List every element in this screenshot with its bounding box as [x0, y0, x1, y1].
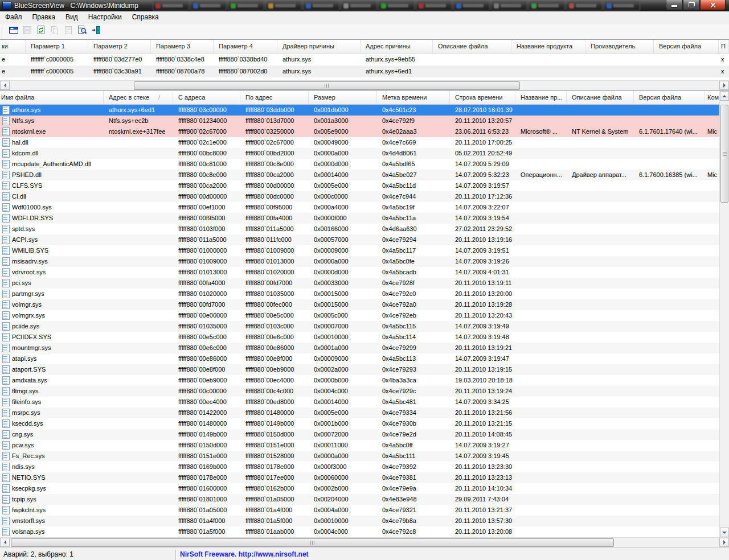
scroll-left-button[interactable]: [0, 81, 10, 90]
table-row[interactable]: ndis.sysfffff880`0169b000fffff880`0178e0…: [0, 462, 729, 472]
table-row[interactable]: volmgr.sysfffff880`00fd7000fffff880`00fe…: [0, 299, 729, 310]
column-header[interactable]: Имя файла: [0, 91, 104, 104]
scrollbar-thumb[interactable]: [134, 81, 520, 90]
table-row[interactable]: NETIO.SYSfffff880`0178e000fffff880`017ee…: [0, 472, 729, 483]
menu-item[interactable]: Файл: [0, 11, 27, 23]
column-header[interactable]: Метка времени: [377, 91, 450, 104]
table-row[interactable]: vmstorfl.sysfffff880`01a4f000fffff880`01…: [0, 516, 729, 526]
cell: fffff880`01a5f000: [240, 516, 309, 526]
table-row[interactable]: WDFLDR.SYSfffff880`00f95000fffff880`00fa…: [0, 213, 729, 224]
table-row[interactable]: ataport.SYSfffff880`00e8f000fffff880`00e…: [0, 364, 729, 375]
refresh-button[interactable]: [34, 24, 48, 38]
column-header[interactable]: Описание файла: [433, 40, 511, 53]
table-row[interactable]: amdxata.sysfffff880`00eb9000fffff880`00e…: [0, 375, 729, 386]
table-row[interactable]: ACPI.sysfffff880`011a5000fffff880`011fc0…: [0, 234, 729, 245]
column-header[interactable]: По адрес: [240, 91, 309, 104]
column-header[interactable]: Версия файла: [634, 91, 705, 104]
column-header[interactable]: Параметр 4: [214, 40, 277, 53]
close-button[interactable]: [700, 0, 726, 10]
cell: [515, 267, 567, 278]
column-header[interactable]: Адрес причины: [361, 40, 433, 53]
table-row[interactable]: athurx.sysathurx.sys+6ed1fffff880`03c000…: [0, 105, 729, 116]
table-row[interactable]: msisadrv.sysfffff880`01009000fffff880`01…: [0, 256, 729, 267]
scrollbar-thumb[interactable]: [720, 105, 728, 203]
vertical-scrollbar[interactable]: [719, 91, 729, 537]
cell: 0x001a3000: [309, 116, 377, 126]
column-header[interactable]: С адреса: [173, 91, 240, 104]
table-row[interactable]: CI.dllfffff880`00d00000fffff880`00dc0000…: [0, 191, 729, 202]
scroll-right-button[interactable]: [719, 81, 729, 90]
column-header[interactable]: Адрес в стеке/: [104, 91, 173, 104]
table-row[interactable]: pcw.sysfffff880`0150d000fffff880`0151e00…: [0, 440, 729, 451]
column-header[interactable]: Размер: [309, 91, 377, 104]
table-row[interactable]: CLFS.SYSfffff880`00ca2000fffff880`00d000…: [0, 180, 729, 191]
table-row[interactable]: PSHED.dllfffff880`00c8e000fffff880`00ca2…: [0, 170, 729, 180]
cell: cng.sys: [0, 429, 104, 440]
menu-item[interactable]: Вид: [60, 11, 83, 23]
lower-horizontal-scrollbar[interactable]: [0, 537, 729, 547]
nirsoft-link[interactable]: NirSoft Freeware. http://www.nirsoft.net: [180, 548, 309, 560]
table-row[interactable]: WMILIB.SYSfffff880`01000000fffff880`0100…: [0, 245, 729, 256]
scroll-down-button[interactable]: [720, 528, 729, 537]
cell: fffff880`01422000: [173, 407, 240, 418]
table-row[interactable]: ksecdd.sysfffff880`01480000fffff880`0149…: [0, 418, 729, 429]
column-header[interactable]: Название продукта: [511, 40, 585, 53]
table-row[interactable]: ksecpkg.sysfffff880`01600000fffff880`016…: [0, 483, 729, 494]
table-row[interactable]: atapi.sysfffff880`00e86000fffff880`00e8f…: [0, 353, 729, 364]
table-row[interactable]: pciide.sysfffff880`01035000fffff880`0103…: [0, 321, 729, 332]
table-row[interactable]: fileinfo.sysfffff880`00ec4000fffff880`00…: [0, 397, 729, 407]
column-header[interactable]: Описание файла: [567, 91, 634, 104]
titlebar[interactable]: BlueScreenView - C:\Windows\Minidump: [0, 0, 729, 11]
table-row[interactable]: tcpip.sysfffff880`01801000fffff880`01a05…: [0, 494, 729, 505]
table-row[interactable]: effffffff`c0000005fffff880`03c30a91fffff…: [0, 65, 729, 77]
table-row[interactable]: ntoskrnl.exentoskrnl.exe+317feefffff800`…: [0, 126, 729, 137]
minimize-button[interactable]: [666, 0, 683, 10]
table-row[interactable]: kdcom.dllfffff800`00bc8000fffff800`00bd2…: [0, 148, 729, 159]
cell: fffff880`01aab000: [240, 526, 309, 537]
column-header[interactable]: Строка времени: [450, 91, 515, 104]
table-row[interactable]: cng.sysfffff880`0149b000fffff880`0150d00…: [0, 429, 729, 440]
table-row[interactable]: Wdf01000.sysfffff880`00ef1000fffff880`00…: [0, 202, 729, 213]
table-row[interactable]: partmgr.sysfffff880`01020000fffff880`010…: [0, 289, 729, 299]
advanced-options-button[interactable]: [7, 24, 21, 38]
table-row[interactable]: hal.dllfffff800`02c1e000fffff800`02c6700…: [0, 137, 729, 148]
cell: fffff880`01480000: [173, 418, 240, 429]
column-header[interactable]: Название пр...: [515, 91, 567, 104]
column-header[interactable]: Параметр 3: [151, 40, 214, 53]
table-row[interactable]: Ntfs.sysNtfs.sys+ec2bfffff880`01234000ff…: [0, 116, 729, 126]
table-row[interactable]: Fs_Rec.sysfffff880`0151e000fffff880`0152…: [0, 451, 729, 462]
cell: [567, 180, 634, 191]
cell: [567, 159, 634, 170]
table-row[interactable]: volsnap.sysfffff880`01a5f000fffff880`01a…: [0, 526, 729, 537]
cell: [634, 191, 705, 202]
column-header[interactable]: П: [719, 40, 729, 53]
table-row[interactable]: fltmgr.sysfffff880`00c00000fffff880`00c4…: [0, 386, 729, 397]
table-row[interactable]: mcupdate_AuthenticAMD.dllfffff880`00c810…: [0, 159, 729, 170]
scrollbar-thumb[interactable]: [11, 538, 614, 547]
exit-button[interactable]: [89, 24, 103, 38]
scroll-left-button[interactable]: [0, 538, 10, 547]
scroll-up-button[interactable]: [720, 91, 729, 101]
column-header[interactable]: Производитель: [585, 40, 654, 53]
menu-item[interactable]: Настройки: [83, 11, 127, 23]
table-row[interactable]: volmgrx.sysfffff880`00e00000fffff880`00e…: [0, 310, 729, 321]
menu-item[interactable]: Справка: [127, 11, 164, 23]
table-row[interactable]: pci.sysfffff880`00fa4000fffff880`00fd700…: [0, 278, 729, 289]
scroll-right-button[interactable]: [719, 538, 729, 547]
table-row[interactable]: fwpkclnt.sysfffff880`01a05000fffff880`01…: [0, 505, 729, 516]
column-header[interactable]: Параметр 1: [26, 40, 88, 53]
column-header[interactable]: ки: [0, 40, 26, 53]
restore-button[interactable]: [683, 0, 700, 10]
menu-item[interactable]: Правка: [27, 11, 61, 23]
column-header[interactable]: Версия файла: [654, 40, 719, 53]
table-row[interactable]: mountmgr.sysfffff880`00e6c000fffff880`00…: [0, 343, 729, 353]
table-row[interactable]: sptd.sysfffff880`0103f000fffff880`011a50…: [0, 224, 729, 234]
column-header[interactable]: Параметр 2: [88, 40, 151, 53]
table-row[interactable]: vdrvroot.sysfffff880`01013000fffff880`01…: [0, 267, 729, 278]
find-button[interactable]: [75, 24, 89, 38]
table-row[interactable]: PCIIDEX.SYSfffff880`00e5c000fffff880`00e…: [0, 332, 729, 343]
upper-horizontal-scrollbar[interactable]: [0, 80, 729, 90]
column-header[interactable]: Драйвер причины: [277, 40, 361, 53]
table-row[interactable]: msrpc.sysfffff880`01422000fffff880`01480…: [0, 407, 729, 418]
table-row[interactable]: effffffff`c0000005fffff880`03d277e0fffff…: [0, 53, 729, 65]
